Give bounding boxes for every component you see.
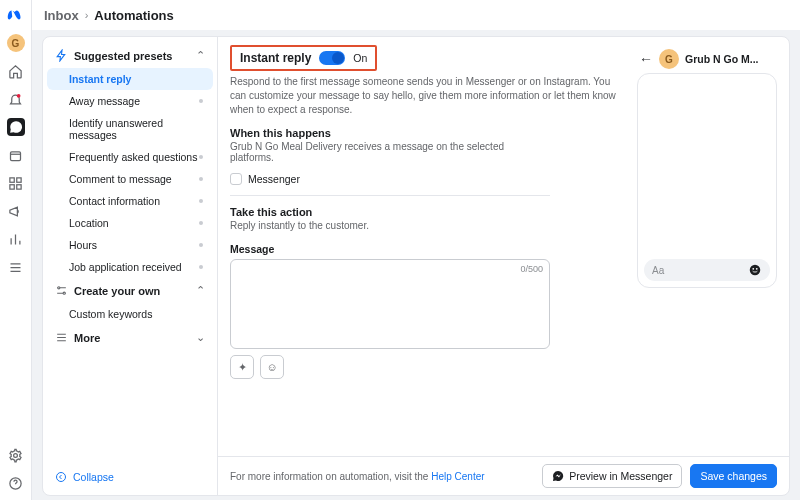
when-sub: Grub N Go Meal Delivery receives a messa… xyxy=(230,141,550,163)
section-more-title: More xyxy=(74,332,190,344)
help-icon[interactable] xyxy=(7,474,25,492)
emoji-icon[interactable]: ☺ xyxy=(260,355,284,379)
svg-point-8 xyxy=(58,287,60,289)
megaphone-icon[interactable] xyxy=(7,202,25,220)
sidebar-item-frequently-asked-questions[interactable]: Frequently asked questions xyxy=(47,146,213,168)
automation-description: Respond to the first message someone sen… xyxy=(230,75,625,117)
sidebar-item-away-message[interactable]: Away message xyxy=(47,90,213,112)
meta-logo-icon[interactable] xyxy=(7,6,25,24)
chevron-right-icon: › xyxy=(85,9,89,21)
back-arrow-icon[interactable]: ← xyxy=(639,51,653,67)
message-textarea[interactable]: 0/500 xyxy=(230,259,550,349)
settings-icon[interactable] xyxy=(7,446,25,464)
breadcrumb-current: Automations xyxy=(94,8,173,23)
status-dot xyxy=(199,177,203,181)
svg-rect-1 xyxy=(11,151,21,160)
status-dot xyxy=(199,155,203,159)
instant-reply-header: Instant reply On xyxy=(230,45,377,71)
app-root: G Inbox › Automations Suggested presets … xyxy=(0,0,800,500)
preview-chat-area xyxy=(638,74,776,253)
breadcrumb-root[interactable]: Inbox xyxy=(44,8,79,23)
when-card: When this happens Grub N Go Meal Deliver… xyxy=(230,117,550,196)
breadcrumb: Inbox › Automations xyxy=(32,0,800,30)
main-panel: Suggested presets ⌃ Instant replyAway me… xyxy=(42,36,790,496)
content-area: Inbox › Automations Suggested presets ⌃ … xyxy=(32,0,800,500)
automation-title: Instant reply xyxy=(240,51,311,65)
message-label: Message xyxy=(230,243,550,255)
collapse-label: Collapse xyxy=(73,471,114,483)
svg-point-13 xyxy=(756,268,758,270)
chevron-up-icon: ⌃ xyxy=(196,284,205,297)
messenger-icon xyxy=(552,470,564,482)
insights-icon[interactable] xyxy=(7,230,25,248)
menu-icon[interactable] xyxy=(7,258,25,276)
preview-avatar: G xyxy=(659,49,679,69)
status-dot xyxy=(199,265,203,269)
checkbox-icon[interactable] xyxy=(230,173,242,185)
sidebar-item-instant-reply[interactable]: Instant reply xyxy=(47,68,213,90)
preview-composer: Aa xyxy=(644,259,770,281)
svg-rect-11 xyxy=(750,265,761,276)
chevron-down-icon: ⌄ xyxy=(196,331,205,344)
list-icon xyxy=(55,331,68,344)
sidebar-item-hours[interactable]: Hours xyxy=(47,234,213,256)
svg-rect-5 xyxy=(17,184,21,188)
sliders-icon xyxy=(55,284,68,297)
section-suggested[interactable]: Suggested presets ⌃ xyxy=(47,43,213,68)
automations-sidebar: Suggested presets ⌃ Instant replyAway me… xyxy=(43,37,218,495)
collapse-icon xyxy=(55,471,67,483)
platform-messenger-row[interactable]: Messenger xyxy=(230,173,550,185)
sidebar-item-job-application-received[interactable]: Job application received xyxy=(47,256,213,278)
bolt-icon xyxy=(55,49,68,62)
status-dot xyxy=(199,199,203,203)
section-suggested-title: Suggested presets xyxy=(74,50,190,62)
take-heading: Take this action xyxy=(230,206,550,218)
user-avatar[interactable]: G xyxy=(7,34,25,52)
svg-rect-4 xyxy=(10,184,14,188)
svg-rect-3 xyxy=(17,177,21,181)
personalize-icon[interactable]: ✦ xyxy=(230,355,254,379)
enable-toggle[interactable] xyxy=(319,51,345,65)
status-dot xyxy=(199,99,203,103)
bell-icon[interactable] xyxy=(7,90,25,108)
save-changes-button[interactable]: Save changes xyxy=(690,464,777,488)
sticker-icon[interactable] xyxy=(748,263,762,277)
footer-info: For more information on automation, visi… xyxy=(230,471,485,482)
main-column: Instant reply On Respond to the first me… xyxy=(218,37,789,495)
footer-bar: For more information on automation, visi… xyxy=(218,456,789,495)
preview-page-name: Grub N Go M... xyxy=(685,53,759,65)
preview-in-messenger-button[interactable]: Preview in Messenger xyxy=(542,464,682,488)
preview-placeholder: Aa xyxy=(652,265,664,276)
help-center-link[interactable]: Help Center xyxy=(431,471,484,482)
svg-point-12 xyxy=(752,268,754,270)
grid-icon[interactable] xyxy=(7,174,25,192)
sidebar-item-comment-to-message[interactable]: Comment to message xyxy=(47,168,213,190)
section-more[interactable]: More ⌄ xyxy=(47,325,213,350)
sidebar-item-location[interactable]: Location xyxy=(47,212,213,234)
svg-point-9 xyxy=(63,292,65,294)
take-action-card: Take this action Reply instantly to the … xyxy=(230,196,550,231)
svg-rect-2 xyxy=(10,177,14,181)
svg-point-0 xyxy=(17,93,21,97)
platform-label: Messenger xyxy=(248,173,300,185)
chat-icon[interactable] xyxy=(7,118,25,136)
status-dot xyxy=(199,221,203,225)
take-sub: Reply instantly to the customer. xyxy=(230,220,550,231)
home-icon[interactable] xyxy=(7,62,25,80)
archive-icon[interactable] xyxy=(7,146,25,164)
section-create[interactable]: Create your own ⌃ xyxy=(47,278,213,303)
sidebar-item-identify-unanswered-messages[interactable]: Identify unanswered messages xyxy=(47,112,213,146)
svg-point-6 xyxy=(14,453,18,457)
status-dot xyxy=(199,243,203,247)
svg-point-10 xyxy=(57,473,66,482)
toggle-state-label: On xyxy=(353,52,367,64)
messenger-preview: ← G Grub N Go M... Aa xyxy=(637,45,777,452)
sidebar-item-custom-keywords[interactable]: Custom keywords xyxy=(47,303,213,325)
chevron-up-icon: ⌃ xyxy=(196,49,205,62)
section-create-title: Create your own xyxy=(74,285,190,297)
left-rail: G xyxy=(0,0,32,500)
message-tools: ✦ ☺ xyxy=(230,355,550,379)
sidebar-item-contact-information[interactable]: Contact information xyxy=(47,190,213,212)
char-counter: 0/500 xyxy=(520,264,543,274)
collapse-sidebar[interactable]: Collapse xyxy=(47,465,213,489)
